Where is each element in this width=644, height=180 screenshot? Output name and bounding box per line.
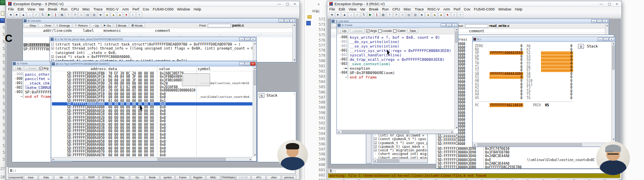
list-icon[interactable]: ▤ xyxy=(406,12,412,17)
expand-icon[interactable]: + xyxy=(51,47,54,50)
run-task2-icon[interactable]: ▲ xyxy=(432,12,438,17)
var-row[interactable]: ·(int) nr_cpus_allowed = ( xyxy=(374,134,427,137)
frame-locals-checkbox[interactable]: Locals xyxy=(378,29,392,33)
register-icon[interactable]: ■ xyxy=(419,12,425,17)
mid-close-icon[interactable]: × xyxy=(318,2,320,6)
register-icon[interactable]: ■ xyxy=(98,12,103,17)
menubar[interactable]: FileEditViewVarBreakRunCPUMiscTraceRISC-… xyxy=(6,7,299,12)
menu-run[interactable]: Run xyxy=(61,7,68,11)
menu-perf[interactable]: Perf xyxy=(132,7,139,11)
softkey-symbol[interactable]: symbol xyxy=(160,175,175,180)
frame-row[interactable]: —►exception xyxy=(338,66,454,70)
run-task3-icon[interactable]: ▲ xyxy=(438,12,444,17)
softkey-step[interactable]: Step xyxy=(115,175,129,180)
softkey-register[interactable]: Register xyxy=(191,175,205,180)
frame-args-checkbox[interactable]: ✓Args xyxy=(366,29,377,33)
setup-icon[interactable]: ▲ xyxy=(342,12,347,17)
list-diverge-button[interactable]: YDiverge xyxy=(54,23,72,28)
menu-var[interactable]: Var xyxy=(360,7,365,11)
softkey-components[interactable]: components xyxy=(8,175,23,180)
register-window[interactable]: B::r — ▢ × ZERO0RA0SPFFFFFFC8008A3E60GP0… xyxy=(472,37,615,147)
softkey-var[interactable]: Var xyxy=(54,175,68,180)
frame-row[interactable]: -002syscall_handler(inline) xyxy=(338,53,454,57)
menu-edit[interactable]: Edit xyxy=(18,7,24,11)
menubar[interactable]: FileEditViewVarBreakRunCPUMiscTraceRISC-… xyxy=(327,7,621,12)
dump-window[interactable]: [B::d.v %y.ll 0xFFFFFFC8008A0000+0x4000 … xyxy=(51,61,257,161)
child-maximize-button[interactable]: ▢ xyxy=(245,37,250,41)
menu-file[interactable]: File xyxy=(8,7,14,11)
register-row-a1[interactable]: A10 xyxy=(475,83,523,86)
step-return-icon[interactable]: ↻ xyxy=(361,12,367,17)
setup-icon[interactable]: ▲ xyxy=(21,12,26,17)
menu-window[interactable]: Window xyxy=(177,7,190,11)
register-row-s11[interactable]: S110 xyxy=(526,83,573,86)
register-row-s9[interactable]: S90 xyxy=(526,75,573,79)
softkey-other[interactable]: other xyxy=(266,175,281,180)
register-row-t4[interactable]: T40 xyxy=(526,89,573,93)
frame-down-button[interactable]: ↓Down xyxy=(350,29,365,33)
main-toolbar[interactable]: ◄►▲↓✓↻▶∥▩??!⊘▤▥■▲▲▲●i+ xyxy=(6,12,299,18)
expand-icon[interactable]: + xyxy=(374,137,377,140)
command-line[interactable]: B:: xyxy=(8,167,295,174)
register-row-a3[interactable]: A30 xyxy=(475,89,523,93)
frame-vscrollbar[interactable]: ▲▼ xyxy=(454,28,458,129)
stack-dropdown[interactable]: Stack xyxy=(266,93,277,97)
frame-row[interactable]: -001__do_sys_write(inline) xyxy=(338,39,454,44)
register-row-a7[interactable]: A70 xyxy=(526,48,573,52)
menu-help[interactable]: Help xyxy=(515,7,522,11)
menu-fu540-c000[interactable]: FU540-C000 xyxy=(474,7,495,11)
register-row-sp[interactable]: SPFFFFFFC8008A3E60 xyxy=(475,51,523,55)
softkey-bar[interactable]: componentstraceDataVarListPERFSYStemStep… xyxy=(8,175,297,180)
register-row-s4[interactable]: S40 xyxy=(526,58,573,62)
list-mode-button[interactable]: ▩Mode xyxy=(129,23,145,28)
child-maximize-button[interactable]: ▢ xyxy=(603,37,609,41)
frame-up-button[interactable]: ↑Up xyxy=(338,29,349,33)
step-icon[interactable]: ↓ xyxy=(348,12,354,17)
var-row[interactable]: +(cpumask_t *) user_cpus_p xyxy=(374,141,427,145)
list-over-button[interactable]: →Over xyxy=(39,23,53,28)
nav-forward-icon[interactable]: ► xyxy=(14,12,20,17)
child-close-button[interactable]: × xyxy=(290,19,295,23)
collapse-icon[interactable]: - xyxy=(51,43,54,46)
softkey-system[interactable]: SYStem xyxy=(99,175,114,180)
struct-view-window[interactable]: B::v %t %t %s (struct task_struct*)0xFFF… xyxy=(50,37,257,62)
menu-break[interactable]: Break xyxy=(369,7,379,11)
child-minimize-button[interactable]: — xyxy=(239,62,244,66)
minimize-button[interactable]: — xyxy=(278,2,281,6)
var-row[interactable]: +(cpumask_t) cpus_mask = ( xyxy=(374,145,427,149)
tools-icon[interactable]: + xyxy=(458,12,463,17)
frame-row[interactable]: -004UP:0x3F8B09069E(asm) xyxy=(338,70,454,75)
menu-fu540-c000[interactable]: FU540-C000 xyxy=(153,7,174,11)
run-task2-icon[interactable]: ▲ xyxy=(111,12,116,17)
child-titlebar[interactable]: B::v %t %t %s (struct task_struct*)0xFFF… xyxy=(50,37,256,41)
stack-mode-button[interactable]: S xyxy=(578,44,584,49)
menu-misc[interactable]: Misc xyxy=(83,7,90,11)
list-vscrollbar[interactable]: ▲▼ xyxy=(292,23,296,62)
register-row-t5[interactable]: T50 xyxy=(526,93,573,96)
register-row-tp[interactable]: TP0 xyxy=(475,58,523,62)
child-titlebar[interactable]: B::r — ▢ × xyxy=(473,37,615,42)
list-go-button[interactable]: ▶Go xyxy=(102,23,113,28)
child-titlebar[interactable]: B::Frame — ▢ × xyxy=(337,23,458,28)
list-up-button[interactable]: ↑Up xyxy=(91,23,101,28)
register-vscrollbar[interactable]: ▲▼ xyxy=(611,42,615,141)
dump-vscrollbar[interactable]: ▲▼ xyxy=(253,66,256,157)
run-task1-icon[interactable]: ▲ xyxy=(425,12,431,17)
frame-toolbar[interactable]: ↑Up ↓Down ✓Args Locals Caller Task xyxy=(337,28,458,34)
register-row-t1[interactable]: T10 xyxy=(475,65,523,69)
menu-risc-v[interactable]: RISC-V xyxy=(106,7,119,11)
frame-row[interactable]: -001__riscv_sys_write(:regs = 0xFFFFFFC8… xyxy=(338,48,454,53)
nav-back-icon[interactable]: ◄ xyxy=(8,12,13,17)
child-minimize-button[interactable]: — xyxy=(239,37,244,41)
context-help-icon[interactable]: ?! xyxy=(72,12,78,17)
register-row-zero[interactable]: ZERO0 xyxy=(475,44,523,48)
titlebar[interactable]: Exception Dump - 3 (RISC-V) — ▢ × xyxy=(6,1,299,7)
softkey-perf[interactable]: PERF xyxy=(85,175,99,180)
softkey-bar[interactable]: componentstraceDataVarListPERFSYStemStep… xyxy=(328,178,620,180)
var-hscrollbar[interactable]: ◄ xyxy=(373,159,427,163)
var-row[interactable]: ·(short unsigned int) migr xyxy=(374,152,427,156)
struct-member-line[interactable]: +(struct thread_info) thread_info = ((lo… xyxy=(51,46,252,50)
child-minimize-button[interactable]: — xyxy=(279,19,284,23)
struct-member-line[interactable]: -(struct task_struct *) (struct task_str… xyxy=(51,42,252,46)
softkey-list[interactable]: List xyxy=(69,175,84,180)
